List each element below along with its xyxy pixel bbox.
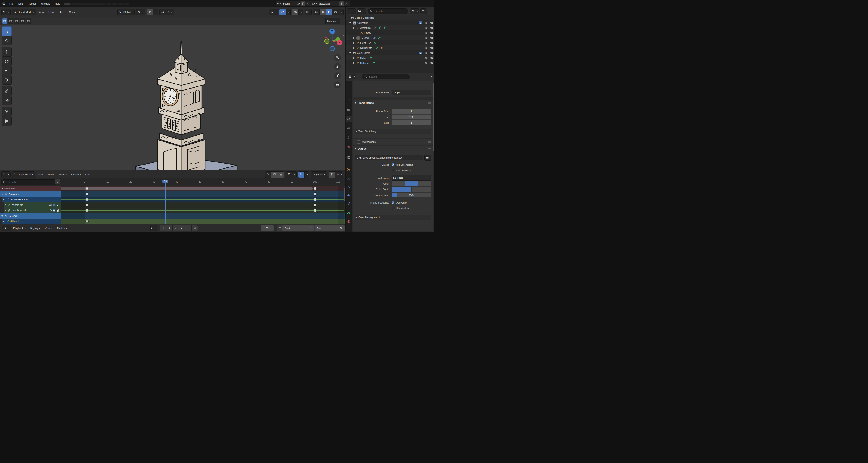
color-option[interactable] (392, 181, 405, 186)
outliner-searchbox[interactable] (368, 8, 408, 14)
jump-to-start-button[interactable] (160, 225, 166, 231)
meshdata-icon[interactable] (373, 62, 376, 65)
color-option[interactable] (405, 181, 418, 186)
keyframe[interactable] (314, 209, 316, 212)
frame-range-panel-header[interactable]: Frame Range (353, 100, 433, 106)
keyframe[interactable] (314, 187, 316, 190)
compression-slider[interactable]: 15% (392, 193, 431, 197)
outliner-item-name[interactable]: Scene Collection (355, 16, 374, 19)
pose-icon[interactable] (383, 27, 386, 29)
properties-tab-gpdata[interactable] (346, 210, 352, 216)
outliner-item-name[interactable]: Empty (364, 32, 371, 34)
workspace-tab[interactable] (112, 3, 117, 5)
anim-icon[interactable] (374, 27, 377, 29)
camera-toggle-icon[interactable] (429, 41, 433, 44)
channel-row[interactable]: Summary (0, 186, 61, 191)
keyframe[interactable] (86, 198, 88, 201)
tool-button[interactable] (2, 107, 12, 117)
gpdata-icon[interactable] (378, 36, 380, 39)
workspace-tab[interactable] (106, 3, 112, 5)
scene-browse-icon[interactable] (276, 1, 281, 6)
properties-options-dropdown[interactable] (430, 75, 432, 78)
tool-button[interactable] (2, 36, 12, 45)
channel-searchbox[interactable] (1, 179, 57, 185)
ortho-toggle-button[interactable] (334, 81, 341, 88)
use-preview-range-icon[interactable] (279, 227, 281, 230)
viewport-menu-item[interactable]: Add (58, 11, 67, 13)
channel-track[interactable] (61, 219, 345, 224)
channel-search-input[interactable] (7, 180, 55, 184)
expander-icon[interactable] (3, 199, 5, 200)
properties-tab-sparkles[interactable] (346, 184, 352, 190)
prev-keyframe-button[interactable] (166, 225, 173, 231)
properties-tab-render[interactable] (346, 107, 352, 113)
properties-tab-collection[interactable] (346, 155, 352, 160)
only-errors-toggle[interactable] (278, 172, 284, 177)
select-mode-subtract[interactable] (14, 18, 19, 24)
outliner-item-name[interactable]: Armature (360, 27, 371, 29)
outliner-filter-button[interactable] (410, 8, 420, 14)
output-path-field[interactable]: G:\Shared drives\C...ation single frames… (355, 155, 424, 160)
pin-icon[interactable] (296, 1, 301, 6)
start-frame-field[interactable]: Start1 (282, 226, 314, 231)
outliner-row[interactable]: ClockTower (346, 51, 434, 56)
sidebar-collapse-icon[interactable]: ‹ (343, 34, 344, 37)
playhead-current-frame[interactable]: 35 (162, 179, 168, 183)
lightdata-icon[interactable] (374, 41, 377, 44)
file-format-dropdown[interactable]: PNG (392, 175, 431, 181)
workspace-tab[interactable] (94, 3, 99, 5)
curvedata-icon[interactable] (375, 46, 378, 49)
timeline-menu-item[interactable]: View (42, 227, 55, 230)
filter-invert-icon[interactable]: ↔ (55, 179, 60, 185)
outliner-item-name[interactable]: Collection (357, 22, 368, 24)
tool-button[interactable] (2, 86, 12, 96)
expander-icon[interactable] (353, 37, 354, 39)
playhead-line[interactable] (165, 184, 165, 224)
placeholders-checkbox[interactable] (392, 207, 395, 210)
expander-icon[interactable] (353, 42, 354, 44)
channel-enable-checkbox[interactable] (53, 209, 56, 211)
properties-tab-wrench[interactable] (346, 176, 352, 182)
outliner-row[interactable]: Empty (346, 30, 434, 35)
timeline-ruler[interactable]: ↔ 0102030405060708090100110 (0, 178, 345, 186)
new-scene-icon[interactable] (301, 1, 305, 6)
select-mode-intersect[interactable] (26, 18, 31, 24)
dopesheet-mode-dropdown[interactable]: Dope Sheet (12, 171, 35, 178)
outliner-row[interactable]: NurbsPath (346, 45, 434, 51)
overlays-toggle[interactable] (292, 9, 299, 15)
scene-name[interactable]: Scene (281, 2, 292, 5)
panel-grip-icon[interactable] (428, 102, 431, 104)
expander-icon[interactable] (353, 62, 354, 64)
camera-toggle-icon[interactable] (429, 22, 433, 25)
properties-tab-images[interactable] (346, 125, 352, 131)
camera-toggle-icon[interactable] (429, 27, 433, 29)
jump-to-end-button[interactable] (191, 225, 198, 231)
keyframe[interactable] (86, 209, 88, 212)
xray-toggle[interactable] (305, 9, 312, 15)
camera-toggle-icon[interactable] (429, 62, 433, 65)
number-field[interactable]: 1 (392, 109, 431, 114)
properties-tab-scene[interactable] (346, 134, 352, 140)
shading-rendered[interactable] (332, 9, 339, 15)
viewport-3d[interactable]: Z X ‹ (0, 25, 345, 170)
outliner-item-name[interactable]: Cube (360, 57, 366, 59)
dopesheet-scrollbar[interactable] (344, 188, 345, 201)
dopesheet-menu-item[interactable]: Select (45, 173, 57, 176)
dopesheet-menu-item[interactable]: Key (83, 173, 92, 176)
expander-icon[interactable] (349, 22, 351, 24)
workspace-tab[interactable] (76, 3, 82, 5)
outliner-editor-type-button[interactable] (347, 8, 356, 14)
stereoscopy-checkbox[interactable] (357, 140, 360, 143)
timeline-menu-item[interactable]: Playback (11, 227, 28, 230)
workspace-tab[interactable] (88, 3, 94, 5)
eye-icon[interactable] (424, 41, 427, 44)
options-dropdown[interactable]: Options (325, 18, 340, 24)
keyframe[interactable] (86, 203, 88, 206)
tool-button[interactable] (2, 66, 12, 75)
channel-row[interactable]: handle big (4, 202, 61, 208)
snap-magnet-toggle[interactable] (298, 172, 305, 177)
viewport-menu-item[interactable]: Object (67, 11, 79, 13)
gizmo-dropdown[interactable] (286, 9, 290, 15)
file-extensions-checkbox[interactable] (392, 163, 394, 166)
anim-icon[interactable] (369, 41, 372, 44)
